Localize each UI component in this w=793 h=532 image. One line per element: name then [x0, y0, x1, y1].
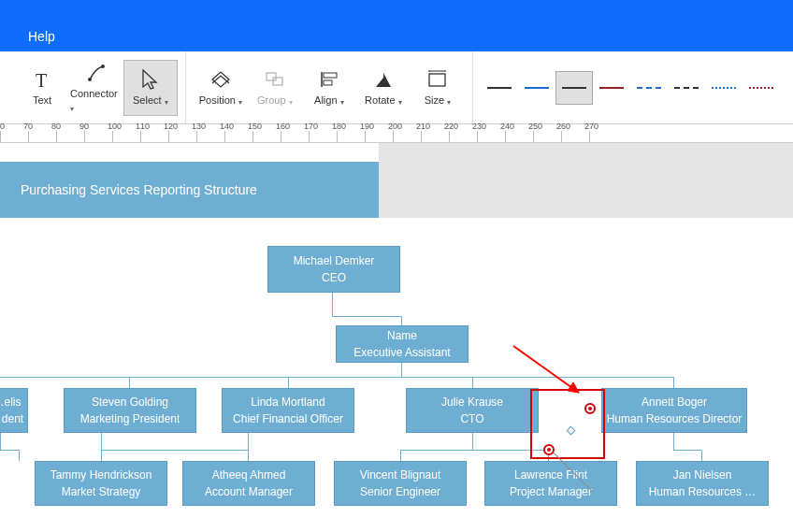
svg-point-2 [101, 65, 105, 68]
ruler-tick: 130 [196, 131, 224, 142]
ruler-tick: 220 [449, 131, 477, 142]
ruler-tick: 60 [0, 131, 28, 142]
text-icon: T [31, 70, 53, 91]
connector-line [401, 363, 402, 377]
svg-rect-7 [324, 80, 332, 85]
org-node-president-partial[interactable]: …elis …dent [0, 388, 28, 433]
ribbon-group-arrange: Position ▾ Group ▾ Align ▾ Rotate ▾ Size… [186, 51, 473, 123]
org-node-ceo[interactable]: Michael Demker CEO [267, 246, 400, 293]
connector-line [673, 377, 674, 388]
group-button: Group ▾ [248, 60, 302, 116]
connector-line [332, 316, 401, 317]
group-icon [264, 69, 286, 90]
ruler-tick: 190 [365, 131, 393, 142]
size-button[interactable]: Size ▾ [411, 60, 465, 116]
cursor-icon [139, 69, 162, 90]
org-node-blignaut[interactable]: Vincent Blignaut Senior Engineer [334, 461, 467, 506]
connector-line [401, 316, 402, 325]
horizontal-ruler: 6070809010011012013014015016017018019020… [0, 124, 793, 143]
line-style-option[interactable] [518, 71, 555, 105]
connector-line [673, 450, 701, 451]
ruler-tick: 120 [168, 131, 196, 142]
connector-line [400, 450, 401, 461]
ruler-tick: 250 [533, 131, 561, 142]
rotate-button[interactable]: Rotate ▾ [356, 60, 411, 116]
position-button[interactable]: Position ▾ [194, 60, 248, 116]
size-icon [426, 69, 449, 90]
help-menu[interactable]: Help [28, 29, 55, 44]
chevron-down-icon: ▾ [398, 98, 402, 107]
line-style-option[interactable] [705, 71, 743, 105]
chevron-down-icon: ▾ [238, 98, 242, 107]
line-style-option[interactable] [743, 71, 780, 105]
connector-line [248, 450, 249, 461]
svg-rect-8 [429, 74, 445, 86]
select-tool-button[interactable]: Select ▾ [123, 60, 178, 116]
ruler-tick: 150 [252, 131, 281, 142]
chevron-down-icon: ▾ [289, 98, 293, 107]
title-bar: Help [0, 0, 793, 51]
line-style-option[interactable] [555, 71, 593, 105]
canvas-margin [379, 143, 793, 218]
connector-line [101, 450, 248, 451]
line-style-option[interactable] [630, 71, 668, 105]
connector-line [129, 377, 130, 388]
ruler-tick: 100 [112, 131, 140, 142]
annotation-arrow [512, 344, 596, 405]
ribbon: T Text Connector ▾ Select ▾ Position ▾ G… [0, 51, 793, 124]
ruler-tick: 70 [28, 131, 56, 142]
ruler-tick: 110 [140, 131, 168, 142]
line-style-option[interactable] [593, 71, 630, 105]
connector-line [472, 377, 473, 388]
org-node-ahmed[interactable]: Atheeq Ahmed Account Manager [182, 461, 315, 506]
ruler-tick: 230 [477, 131, 505, 142]
connector-midpoint-handle[interactable] [567, 426, 576, 436]
connector-line [101, 450, 102, 461]
connector-line [400, 450, 548, 451]
org-node-ea[interactable]: Name Executive Assistant [336, 325, 469, 363]
chevron-down-icon: ▾ [340, 98, 344, 107]
connector-line [332, 293, 333, 316]
ruler-tick: 80 [56, 131, 84, 142]
org-node-flint[interactable]: Lawrence Flint Project Manager [484, 461, 617, 506]
ruler-tick: 240 [505, 131, 533, 142]
ruler-tick: 260 [561, 131, 589, 142]
connector-line [701, 450, 702, 461]
chevron-down-icon: ▾ [165, 98, 168, 107]
connector-line [19, 450, 20, 461]
section-title[interactable]: Purchasing Services Reporting Structure [0, 162, 379, 218]
ruler-tick: 90 [84, 131, 112, 142]
ruler-tick: 270 [589, 131, 617, 142]
ruler-tick: 160 [281, 131, 309, 142]
align-button[interactable]: Align ▾ [302, 60, 356, 116]
chevron-down-icon: ▾ [447, 98, 451, 107]
connector-line [288, 377, 289, 388]
svg-rect-6 [324, 73, 337, 78]
svg-rect-3 [267, 73, 276, 80]
svg-text:T: T [36, 70, 47, 91]
diagram-canvas[interactable]: Purchasing Services Reporting Structure … [0, 143, 793, 532]
ruler-tick: 140 [224, 131, 252, 142]
org-node-boger[interactable]: Annett Boger Human Resources Director [601, 388, 747, 433]
svg-line-12 [513, 346, 579, 393]
line-style-option[interactable] [481, 71, 518, 105]
connector-line [472, 433, 473, 450]
ruler-tick: 180 [337, 131, 365, 142]
ribbon-group-tools: T Text Connector ▾ Select ▾ [7, 51, 186, 123]
connector-line [101, 433, 102, 450]
org-node-mortland[interactable]: Linda Mortland Chief Financial Officer [222, 388, 354, 433]
connector-line [673, 433, 674, 450]
svg-rect-4 [273, 78, 282, 85]
ruler-tick: 170 [309, 131, 337, 142]
text-tool-button[interactable]: T Text [15, 60, 69, 116]
position-icon [209, 69, 232, 90]
connector-line [0, 450, 19, 451]
connector-line [248, 433, 249, 450]
rotate-icon [372, 69, 395, 90]
connector-tool-button[interactable]: Connector ▾ [69, 60, 123, 116]
line-style-option[interactable] [668, 71, 705, 105]
org-node-hendrickson[interactable]: Tammy Hendrickson Market Strategy [35, 461, 167, 506]
org-node-golding[interactable]: Steven Golding Marketing President [64, 388, 196, 433]
org-node-nielsen[interactable]: Jan Nielsen Human Resources … [636, 461, 769, 506]
connector-endpoint-handle[interactable] [543, 444, 555, 455]
